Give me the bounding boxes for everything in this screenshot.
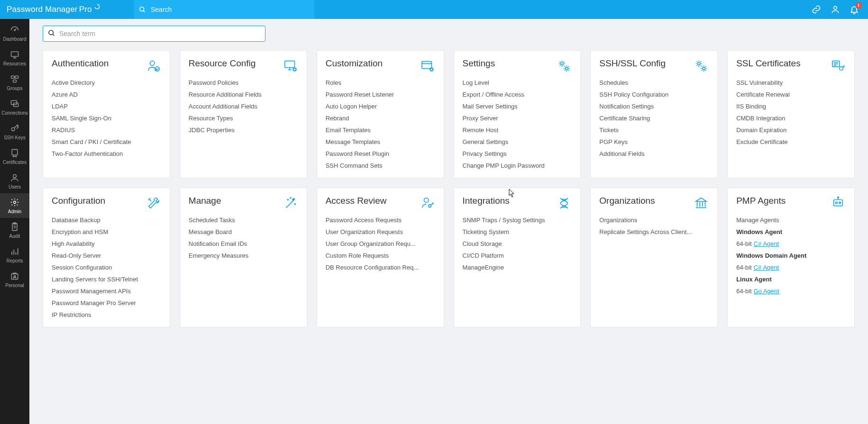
card-title: Manage [189, 196, 221, 206]
sidebar-item-users[interactable]: Users [0, 169, 29, 193]
card-link[interactable]: CI/CD Platform [463, 252, 572, 259]
card-link[interactable]: Azure AD [52, 91, 161, 98]
top-search-input[interactable] [151, 6, 310, 13]
svg-rect-25 [11, 274, 18, 280]
sidebar-item-reports[interactable]: Reports [0, 243, 29, 267]
page-search[interactable] [43, 26, 265, 42]
card-link[interactable]: Message Templates [326, 138, 435, 145]
card-link[interactable]: Password Reset Listener [326, 91, 435, 98]
card-link[interactable]: Export / Offline Access [463, 91, 572, 98]
card-link[interactable]: Exclude Certificate [736, 138, 846, 145]
card-link[interactable]: SAML Single Sign-On [52, 115, 161, 122]
agent-download-link[interactable]: Go Agent [754, 288, 779, 295]
card-link[interactable]: Proxy Server [463, 115, 572, 122]
card-link[interactable]: Password Reset Plugin [326, 150, 435, 157]
card-link[interactable]: Account Additional Fields [189, 103, 298, 110]
card-link[interactable]: Additional Fields [599, 150, 709, 157]
card-link[interactable]: Certificate Renewal [736, 91, 846, 98]
card-link[interactable]: Session Configuration [52, 264, 161, 271]
card-link[interactable]: Schedules [599, 79, 709, 86]
card-link[interactable]: Custom Role Requests [326, 252, 435, 259]
svg-point-47 [290, 198, 291, 198]
card-link[interactable]: Two-Factor Authentication [52, 150, 161, 157]
agent-download-link[interactable]: C# Agent [754, 264, 779, 271]
card-link[interactable]: Change PMP Login Password [463, 162, 572, 169]
card-link[interactable]: ManageEngine [463, 264, 572, 271]
card-link[interactable]: Password Access Requests [326, 217, 435, 224]
card-link[interactable]: User Organization Requests [326, 228, 435, 235]
agent-arch: 64-bit [736, 288, 752, 295]
card-link[interactable]: Landing Servers for SSH/Telnet [52, 276, 161, 283]
card-link[interactable]: JDBC Properties [189, 126, 298, 134]
card-link[interactable]: Notification Email IDs [189, 240, 298, 247]
card-link[interactable]: Smart Card / PKI / Certificate [52, 138, 161, 145]
card-link[interactable]: CMDB Integration [736, 115, 846, 122]
card-link[interactable]: IP Restrictions [52, 311, 161, 318]
sidebar: DashboardResourcesGroupsConnectionsSSH K… [0, 19, 29, 424]
agent-download-link[interactable]: C# Agent [754, 240, 779, 247]
sidebar-item-label: Connections [1, 110, 28, 116]
card-link[interactable]: Scheduled Tasks [189, 217, 298, 224]
card-link[interactable]: Resource Types [189, 115, 298, 122]
card-link[interactable]: Password Policies [189, 79, 298, 86]
card-link[interactable]: Domain Expiration [736, 126, 846, 134]
card-link[interactable]: High Availability [52, 240, 161, 247]
card-link[interactable]: Read-Only Server [52, 252, 161, 259]
card-link[interactable]: Privacy Settings [463, 150, 572, 157]
card-link[interactable]: IIS Binding [736, 103, 846, 110]
user-icon[interactable] [830, 4, 841, 15]
card-settings: SettingsLog LevelExport / Offline Access… [454, 50, 581, 178]
card-link[interactable]: DB Resource Configuration Req... [326, 264, 435, 271]
card-pmp-agents: PMP AgentsManage AgentsWindows Agent64-b… [727, 188, 855, 327]
sidebar-item-ssh-keys[interactable]: SSH Keys [0, 119, 29, 144]
link-icon[interactable] [811, 4, 822, 15]
agent-arch: 64-bit [736, 264, 752, 271]
card-link[interactable]: Replicate Settings Across Client... [599, 228, 709, 235]
card-link[interactable]: Manage Agents [736, 217, 846, 224]
card-link[interactable]: Certificate Sharing [599, 115, 709, 122]
sidebar-item-admin[interactable]: Admin [0, 193, 29, 218]
card-link[interactable]: Notification Settings [599, 103, 709, 110]
card-link[interactable]: Mail Server Settings [463, 103, 572, 110]
card-link[interactable]: SSL Vulnerability [736, 79, 846, 86]
sidebar-item-groups[interactable]: Groups [0, 70, 29, 95]
card-link[interactable]: General Settings [463, 138, 572, 145]
sidebar-item-dashboard[interactable]: Dashboard [0, 21, 29, 45]
sidebar-item-personal[interactable]: Personal [0, 267, 29, 292]
card-link[interactable]: SSH Policy Configuration [599, 91, 709, 98]
card-link[interactable]: SNMP Traps / Syslog Settings [463, 217, 572, 224]
card-link[interactable]: Resource Additional Fields [189, 91, 298, 98]
sidebar-item-audit[interactable]: Audit [0, 218, 29, 243]
card-link[interactable]: Encryption and HSM [52, 228, 161, 235]
card-link[interactable]: Remote Host [463, 126, 572, 134]
card-link[interactable]: Rebrand [326, 115, 435, 122]
ssh-keys-icon [9, 123, 20, 134]
card-link[interactable]: Auto Logon Helper [326, 103, 435, 110]
card-link[interactable]: LDAP [52, 103, 161, 110]
card-link[interactable]: Log Level [463, 79, 572, 86]
card-link[interactable]: Password Manager Pro Server [52, 299, 161, 307]
card-title: PMP Agents [736, 196, 786, 206]
card-link[interactable]: Tickets [599, 126, 709, 134]
card-link[interactable]: Email Templates [326, 126, 435, 134]
card-link[interactable]: SSH Command Sets [326, 162, 435, 169]
card-link[interactable]: Roles [326, 79, 435, 86]
notifications-icon[interactable]: 1 [849, 4, 859, 15]
card-link[interactable]: Organizations [599, 217, 709, 224]
card-link[interactable]: Cloud Storage [463, 240, 572, 247]
sidebar-item-connections[interactable]: Connections [0, 95, 29, 119]
card-link[interactable]: RADIUS [52, 126, 161, 134]
card-link[interactable]: PGP Keys [599, 138, 709, 145]
top-search[interactable] [134, 0, 314, 19]
card-link[interactable]: Message Board [189, 228, 298, 235]
card-link[interactable]: Ticketing System [463, 228, 572, 235]
sidebar-item-certificates[interactable]: Certificates [0, 144, 29, 169]
card-link[interactable]: Active Directory [52, 79, 161, 86]
card-link[interactable]: User Group Organization Requ... [326, 240, 435, 247]
card-link[interactable]: Emergency Measures [189, 252, 298, 259]
card-link[interactable]: Database Backup [52, 217, 161, 224]
svg-rect-10 [13, 80, 17, 82]
page-search-input[interactable] [59, 30, 260, 37]
card-link[interactable]: Password Management APIs [52, 288, 161, 295]
sidebar-item-resources[interactable]: Resources [0, 45, 29, 70]
